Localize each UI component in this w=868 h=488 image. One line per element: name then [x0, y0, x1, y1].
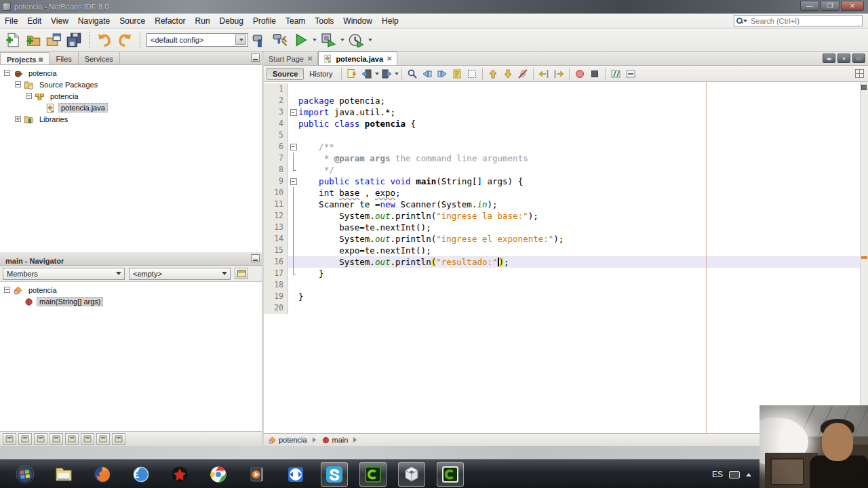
projects-item-potencia-java[interactable]: potencia.java: [0, 102, 262, 113]
menu-edit[interactable]: Edit: [22, 14, 46, 28]
editor-tab-start-page[interactable]: Start Page✕: [264, 52, 318, 65]
minimize-window-button[interactable]: —: [800, 1, 819, 11]
run-button[interactable]: [292, 31, 309, 49]
close-tab-icon[interactable]: ✕: [387, 55, 392, 62]
restore-window-button[interactable]: ❐: [821, 1, 840, 11]
code-line-3[interactable]: 3import java.util.*;: [264, 106, 860, 118]
language-indicator[interactable]: ES: [712, 470, 723, 479]
taskbar-camtasia-2-button[interactable]: [437, 462, 464, 487]
history-view-button[interactable]: History: [304, 68, 338, 80]
clear-occurrences-button[interactable]: [515, 67, 530, 81]
code-line-11[interactable]: 11 Scanner te =new Scanner(System.in);: [264, 199, 860, 210]
projects-item-libraries[interactable]: Libraries: [0, 113, 262, 125]
new-project-button[interactable]: [24, 31, 42, 49]
show-inherited-icon[interactable]: [3, 433, 16, 445]
sort-alphabetically-icon[interactable]: [81, 433, 94, 445]
menu-window[interactable]: Window: [338, 14, 377, 28]
editor-tab-potencia-java[interactable]: potencia.java✕: [318, 52, 397, 65]
code-line-14[interactable]: 14 System.out.println("ingrese el expone…: [264, 233, 860, 245]
menu-team[interactable]: Team: [281, 14, 310, 28]
show-fields-icon[interactable]: [18, 433, 32, 445]
code-line-17[interactable]: 17 }: [264, 268, 860, 279]
code-line-19[interactable]: 19}: [264, 291, 860, 302]
editor-grid-icon[interactable]: [855, 69, 864, 78]
redo-button[interactable]: [116, 31, 134, 49]
search-input[interactable]: Search (Ctrl+I): [734, 15, 863, 26]
tab-list-dropdown-button[interactable]: ▾: [837, 54, 850, 63]
projects-item-source-packages[interactable]: Source Packages: [0, 79, 262, 90]
code-line-4[interactable]: 4public class potencia {: [264, 118, 860, 129]
taskbar-internet-explorer-button[interactable]: [127, 462, 155, 487]
panel-tab-services[interactable]: Services: [79, 52, 120, 64]
taskbar-skype-button[interactable]: [321, 462, 348, 487]
search-dropdown-icon[interactable]: [743, 20, 747, 22]
taskbar-camtasia-button[interactable]: [359, 462, 387, 487]
code-line-16[interactable]: 16 System.out.println("resultado:");: [264, 256, 860, 268]
maximize-editor-button[interactable]: ▭: [852, 54, 865, 63]
code-line-1[interactable]: 1: [264, 83, 860, 95]
navigator-view-button[interactable]: [235, 268, 248, 279]
clean-build-button[interactable]: [271, 31, 289, 49]
prev-occurrence-button[interactable]: [486, 67, 500, 81]
breadcrumb-potencia[interactable]: potencia: [279, 436, 307, 444]
menu-source[interactable]: Source: [115, 14, 150, 28]
profile-dropdown-icon[interactable]: [368, 39, 372, 41]
taskbar-teamviewer-button[interactable]: [282, 462, 309, 487]
code-line-20[interactable]: 20: [264, 302, 860, 314]
find-prev-button[interactable]: [420, 67, 435, 81]
code-line-12[interactable]: 12 System.out.println("ingrese la base:"…: [264, 210, 860, 222]
menu-run[interactable]: Run: [191, 14, 215, 28]
code-line-8[interactable]: 8 */: [264, 164, 860, 176]
tree-expander-icon[interactable]: [4, 287, 10, 293]
occurrence-mark[interactable]: [861, 256, 867, 259]
shift-left-button[interactable]: [536, 67, 551, 81]
taskbar-media-player-button[interactable]: [243, 462, 271, 487]
fold-collapse-icon[interactable]: [288, 176, 298, 187]
menu-view[interactable]: View: [46, 14, 73, 28]
code-line-15[interactable]: 15 expo=te.nextInt();: [264, 245, 860, 256]
toggle-highlight-button[interactable]: [450, 67, 465, 81]
menu-refactor[interactable]: Refactor: [150, 14, 190, 28]
menu-navigate[interactable]: Navigate: [73, 14, 115, 28]
close-window-button[interactable]: ✕: [841, 1, 864, 11]
sort-by-source-icon[interactable]: [96, 433, 110, 445]
shift-right-button[interactable]: [551, 67, 566, 81]
code-line-2[interactable]: 2package potencia;: [264, 95, 860, 106]
last-edit-button[interactable]: [344, 67, 359, 81]
tree-expander-icon[interactable]: [26, 93, 32, 99]
panel-tab-projects[interactable]: Projects: [0, 52, 50, 64]
show-static-icon[interactable]: [34, 433, 47, 445]
config-dropdown-icon[interactable]: [235, 35, 246, 45]
run-dropdown-icon[interactable]: [313, 39, 317, 41]
menu-help[interactable]: Help: [377, 14, 403, 28]
debug-dropdown-icon[interactable]: [340, 39, 344, 41]
tree-expander-icon[interactable]: [15, 81, 21, 87]
forward-dropdown-icon[interactable]: [395, 73, 399, 75]
code-line-6[interactable]: 6 /**: [264, 141, 860, 152]
config-select[interactable]: <default config>: [146, 33, 248, 47]
code-line-10[interactable]: 10 int base , expo;: [264, 187, 860, 199]
menu-profile[interactable]: Profile: [248, 14, 281, 28]
menu-file[interactable]: File: [0, 14, 22, 28]
show-non-public-icon[interactable]: [65, 433, 79, 445]
undo-button[interactable]: [96, 31, 113, 49]
tree-expander-icon[interactable]: [4, 70, 10, 76]
navigator-item-potencia[interactable]: potencia: [0, 284, 262, 296]
find-next-button[interactable]: [435, 67, 450, 81]
open-project-button[interactable]: [45, 31, 62, 49]
next-occurrence-button[interactable]: [500, 67, 515, 81]
panel-tab-files[interactable]: Files: [50, 52, 78, 64]
expand-all-icon[interactable]: [112, 433, 125, 445]
menu-debug[interactable]: Debug: [215, 14, 248, 28]
new-file-button[interactable]: [4, 31, 22, 49]
taskbar-start-button[interactable]: [12, 462, 39, 487]
debug-button[interactable]: [319, 31, 337, 49]
keyboard-icon[interactable]: [729, 471, 740, 479]
breadcrumb-main[interactable]: main: [332, 436, 349, 444]
projects-item-potencia[interactable]: potencia: [0, 90, 262, 102]
scroll-tabs-left-button[interactable]: ◂▸: [823, 54, 835, 63]
save-all-button[interactable]: [65, 31, 83, 49]
code-line-13[interactable]: 13 base=te.nextInt();: [264, 222, 860, 233]
back-dropdown-icon[interactable]: [375, 73, 379, 75]
find-selection-button[interactable]: [405, 67, 420, 81]
